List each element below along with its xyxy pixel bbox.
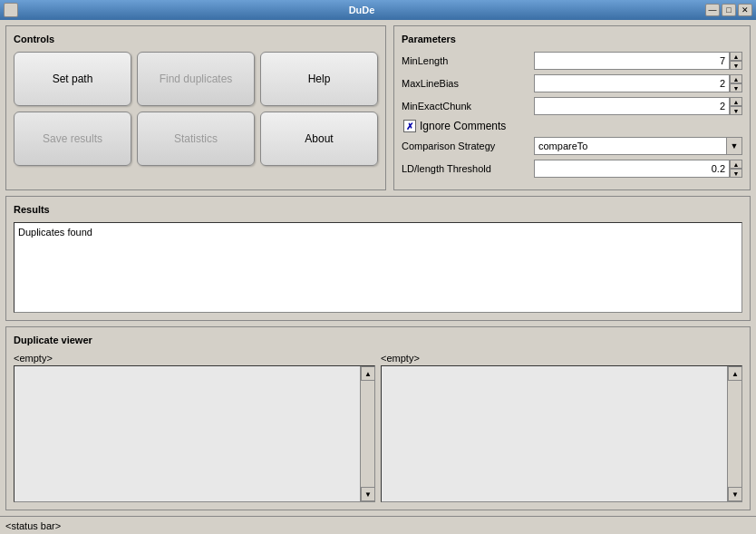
results-area: Duplicates found: [14, 222, 742, 313]
scroll-up-right[interactable]: ▲: [728, 366, 742, 381]
comparison-strategy-label: Comparison Strategy: [402, 141, 528, 151]
comparison-strategy-select[interactable]: compareTo equals levenshtein: [534, 137, 742, 155]
results-content: Duplicates found: [18, 227, 92, 238]
max-line-bias-input-wrap: ▲ ▼: [534, 74, 742, 92]
parameters-title: Parameters: [402, 34, 742, 44]
ld-threshold-label: LD/length Threshold: [402, 163, 528, 174]
ld-threshold-row: LD/length Threshold ▲ ▼: [402, 160, 742, 178]
main-content: Controls Set path Find duplicates Help S…: [0, 20, 756, 516]
max-line-bias-input[interactable]: [534, 74, 730, 92]
min-length-up[interactable]: ▲: [730, 52, 742, 61]
min-exact-chunk-row: MinExactChunk ▲ ▼: [402, 97, 742, 115]
help-button[interactable]: Help: [260, 52, 378, 106]
scroll-down-right[interactable]: ▼: [728, 487, 742, 501]
viewer-area-left: ▲ ▼: [14, 365, 375, 502]
scroll-up-left[interactable]: ▲: [361, 366, 375, 381]
ld-threshold-spinner: ▲ ▼: [730, 160, 742, 178]
min-length-row: MinLength ▲ ▼: [402, 52, 742, 70]
about-button[interactable]: About: [260, 112, 378, 166]
max-line-bias-spinner: ▲ ▼: [730, 74, 742, 92]
min-exact-chunk-up[interactable]: ▲: [730, 97, 742, 106]
min-exact-chunk-label: MinExactChunk: [402, 101, 528, 112]
results-panel: Results Duplicates found: [5, 196, 751, 321]
duplicate-viewer-title: Duplicate viewer: [14, 335, 742, 345]
top-row: Controls Set path Find duplicates Help S…: [5, 25, 751, 190]
min-length-input[interactable]: [534, 52, 730, 70]
max-line-bias-up[interactable]: ▲: [730, 74, 742, 83]
status-text: <status bar>: [5, 520, 61, 531]
min-exact-chunk-spinner: ▲ ▼: [730, 97, 742, 115]
ld-threshold-down[interactable]: ▼: [730, 169, 742, 178]
ignore-comments-label: Ignore Comments: [420, 120, 506, 132]
comparison-strategy-select-wrap: compareTo equals levenshtein ▼: [534, 137, 742, 155]
max-line-bias-row: MaxLineBias ▲ ▼: [402, 74, 742, 92]
min-length-label: MinLength: [402, 55, 528, 66]
ld-threshold-up[interactable]: ▲: [730, 160, 742, 169]
parameters-panel: Parameters MinLength ▲ ▼ MaxLineBias: [393, 25, 751, 190]
window-controls: — □ ✕: [705, 4, 752, 16]
max-line-bias-down[interactable]: ▼: [730, 83, 742, 92]
ld-threshold-input[interactable]: [534, 160, 730, 178]
save-results-button[interactable]: Save results: [14, 112, 131, 166]
viewer-scrollbar-left: ▲ ▼: [360, 366, 374, 501]
max-line-bias-label: MaxLineBias: [402, 78, 528, 89]
ignore-comments-checkbox[interactable]: ✗: [403, 120, 416, 132]
window-title: DuDe: [18, 5, 705, 15]
controls-grid: Set path Find duplicates Help Save resul…: [14, 52, 378, 166]
close-button[interactable]: ✕: [738, 4, 752, 16]
statistics-button[interactable]: Statistics: [137, 112, 255, 166]
status-bar: <status bar>: [0, 516, 756, 534]
find-duplicates-button[interactable]: Find duplicates: [137, 52, 255, 106]
viewer-pane-right: <empty> ▲ ▼: [381, 353, 742, 502]
title-bar: DuDe — □ ✕: [0, 0, 756, 20]
app-icon: [4, 3, 18, 17]
maximize-button[interactable]: □: [722, 4, 736, 16]
controls-panel: Controls Set path Find duplicates Help S…: [5, 25, 386, 190]
min-exact-chunk-input-wrap: ▲ ▼: [534, 97, 742, 115]
min-length-input-wrap: ▲ ▼: [534, 52, 742, 70]
min-length-down[interactable]: ▼: [730, 61, 742, 70]
viewer-area-right: ▲ ▼: [381, 365, 742, 502]
scroll-down-left[interactable]: ▼: [361, 487, 375, 501]
viewer-pane-right-title: <empty>: [381, 353, 742, 364]
viewer-pane-left-title: <empty>: [14, 353, 375, 364]
minimize-button[interactable]: —: [705, 4, 720, 16]
set-path-button[interactable]: Set path: [14, 52, 131, 106]
scroll-track-left[interactable]: [361, 381, 374, 487]
controls-title: Controls: [14, 34, 378, 44]
ignore-comments-row: ✗ Ignore Comments: [403, 120, 742, 132]
comparison-strategy-row: Comparison Strategy compareTo equals lev…: [402, 137, 742, 155]
min-exact-chunk-down[interactable]: ▼: [730, 106, 742, 115]
results-title: Results: [14, 204, 742, 215]
min-exact-chunk-input[interactable]: [534, 97, 730, 115]
min-length-spinner: ▲ ▼: [730, 52, 742, 70]
viewer-grid: <empty> ▲ ▼ <empty> ▲ ▼: [14, 353, 742, 502]
viewer-scrollbar-right: ▲ ▼: [727, 366, 741, 501]
viewer-pane-left: <empty> ▲ ▼: [14, 353, 375, 502]
ld-threshold-input-wrap: ▲ ▼: [534, 160, 742, 178]
scroll-track-right[interactable]: [728, 381, 741, 487]
duplicate-viewer-panel: Duplicate viewer <empty> ▲ ▼ <empty>: [5, 326, 751, 510]
